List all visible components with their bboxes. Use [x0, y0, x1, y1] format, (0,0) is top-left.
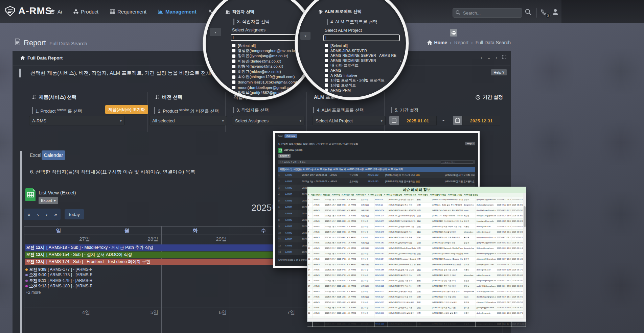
issue-table-row[interactable]: 19A-RMS 2025년 3분기 2025-10-01 ~ 2025-12-3… — [307, 294, 526, 300]
breadcrumb-home[interactable]: Home — [427, 40, 447, 45]
issue-table-row[interactable]: 14A-RMS 2025년 2분기 2025-07-01 ~ 2025-09-3… — [307, 267, 526, 273]
export-button[interactable]: Export▾ — [39, 197, 58, 204]
issue-header-cell[interactable]: ALM 이슈 구분 — [341, 193, 355, 197]
checkbox-icon[interactable] — [232, 54, 235, 58]
product-reset-button[interactable]: 제품(서비스) 초기화 — [105, 105, 148, 114]
assignee-select[interactable]: Select Assignees▾ — [232, 116, 304, 125]
issue-table-row[interactable]: 15A-RMS 2025년 2분기 2025-07-01 ~ 2025-09-3… — [307, 273, 526, 278]
checkbox-icon[interactable] — [325, 78, 328, 82]
more-events-link[interactable]: +2 more — [26, 290, 41, 295]
scrollbar[interactable] — [523, 193, 526, 319]
assignee-option[interactable]: dongmin lee(313cokr@gmail.com) — [232, 80, 297, 85]
alm-project-option[interactable]: 1레벨 프로젝트 — [325, 83, 396, 88]
alm-project-option[interactable]: A-RMS Initiative — [325, 73, 396, 78]
checkbox-icon[interactable] — [232, 44, 235, 47]
app-logo[interactable]: A-RMS — [5, 5, 52, 17]
dropdown-label[interactable]: Select ALM Project — [325, 28, 362, 33]
checkbox-icon[interactable] — [232, 49, 235, 52]
menu-item-product[interactable]: Product — [73, 9, 98, 15]
issue-table-row[interactable]: 13A-RMS 2025년 2분기 2025-07-01 ~ 2025-09-3… — [307, 262, 526, 267]
checkbox-icon[interactable] — [325, 49, 328, 52]
checkbox-icon[interactable] — [232, 70, 235, 73]
panel-next-icon[interactable]: › — [496, 55, 497, 60]
issue-table-row[interactable]: 12A-RMS 2025년 2분기 2025-07-01 ~ 2025-09-3… — [307, 257, 526, 262]
mini-header-cell[interactable]: 제품(서비스) — [279, 167, 293, 172]
alm-project-option[interactable]: ARMS-REDMINE-SERVER - ARMS-RE — [325, 53, 396, 58]
alm-project-option[interactable]: ARMS-REDMINE-SERVER — [325, 58, 396, 63]
date-to-field[interactable]: 2025-12-31 — [462, 116, 500, 125]
issue-table-row[interactable]: 11A-RMS 2025년 2분기 2025-07-01 ~ 2025-09-3… — [307, 251, 526, 257]
mini-header-cell[interactable]: ALM 이슈 키 — [332, 167, 346, 172]
mini-header-cell[interactable]: A-RMS 요구사항 상태 — [365, 167, 388, 172]
issue-header-cell[interactable]: ALM Proj — [331, 193, 341, 197]
dropdown-filter-input[interactable]: | — [323, 34, 400, 41]
issue-table-row[interactable]: 1A-RMS 2025년 1분기 2025-04-01 ~ 2025-06-30… — [307, 197, 526, 203]
mini-table-row[interactable]: 1A-RMS 2025년 1분기 2025-04-01 ~ 2025-06-30… — [278, 172, 475, 178]
assignee-option[interactable]: 장지윤(jiyoonjang@mz.co.kr) — [232, 53, 297, 59]
issue-header-cell[interactable]: ALM 작업 종료일 — [463, 193, 479, 197]
first-button[interactable]: « — [27, 212, 30, 217]
menu-item-requirement[interactable]: Requirement — [110, 9, 146, 15]
issue-header-cell[interactable]: ALM 작업자 — [417, 193, 429, 197]
event-item[interactable]: 오전 9:10[ ARMS-178 ] - [ARMS-REQ] 엑스 — [25, 272, 92, 278]
version-select[interactable]: All selected▾ — [149, 116, 227, 125]
assignee-option[interactable]: 이동민(dmlee@mz.co.kr) — [232, 59, 297, 64]
panel-collapse-icon[interactable]: ⌄ — [487, 55, 491, 60]
issue-table-row[interactable]: 5A-RMS 2025년 1분기 2025-04-01 ~ 2025-06-30… — [307, 219, 526, 224]
event-item[interactable]: 오전 9:13[ ARMS-180 ] - [ARMS-REQ] 상세 — [25, 284, 92, 289]
assignee-option[interactable]: 최수현(chltngus129@gmail.com) — [232, 74, 297, 80]
mini-tab-excel[interactable]: Excel — [278, 135, 283, 137]
assignee-option[interactable]: moon(dumbbelloper@gmail.com) — [232, 85, 297, 90]
issue-header-cell[interactable]: ALM 이슈 키 — [355, 193, 367, 197]
chevron-down-icon[interactable]: ▾ — [300, 32, 310, 40]
date-cell[interactable]: 6일 — [161, 308, 229, 316]
issue-table-row[interactable]: 9A-RMS 2025년 2분기 2025-07-01 ~ 2025-09-30… — [307, 240, 526, 246]
next-button[interactable]: › — [46, 212, 47, 217]
issue-table-row[interactable]: 3A-RMS 2025년 1분기 2025-04-01 ~ 2025-06-30… — [307, 208, 526, 213]
print-icon[interactable] — [450, 29, 457, 37]
issue-table-row[interactable]: 10A-RMS 2025년 2분기 2025-07-01 ~ 2025-09-3… — [307, 246, 526, 251]
assignee-option[interactable]: 이민규(mklee@mz.co.kr) — [232, 69, 297, 75]
panel-prev-icon[interactable]: ‹ — [481, 55, 482, 60]
issue-header-cell[interactable]: ALM 작업자 이메일 — [429, 193, 447, 197]
issue-table-row[interactable]: 24A-RMS 2025년 3분기 2025-10-01 ~ 2025-12-3… — [307, 322, 526, 327]
issue-table-row[interactable]: 16A-RMS 2025년 2분기 2025-07-01 ~ 2025-09-3… — [307, 278, 526, 284]
mini-sheet-search[interactable]: 시트에서 찾기 — [441, 161, 473, 164]
menu-item-management[interactable]: Management — [158, 9, 197, 15]
menu-item-ai[interactable]: Ai — [49, 9, 62, 15]
mini-help-button[interactable]: Help ? — [465, 142, 475, 145]
date-cell[interactable]: 29일 — [161, 235, 229, 242]
chevron-down-icon[interactable]: ▾ — [210, 28, 221, 36]
issue-table-row[interactable]: 21A-RMS 2025년 3분기 2025-10-01 ~ 2025-12-3… — [307, 305, 526, 311]
scrollbar-thumb[interactable] — [524, 206, 526, 227]
alm-project-option[interactable]: [Select all] — [325, 43, 396, 48]
alm-project-option[interactable]: ARMS-JIRA-SERVER — [325, 48, 396, 53]
mini-table-row[interactable]: 2A-RMS 2025년 1분기 2025-04-01 ~ 2025-06-30… — [278, 178, 475, 185]
issue-table-row[interactable]: 6A-RMS 2025년 1분기 2025-04-01 ~ 2025-06-30… — [307, 224, 526, 230]
scroll-up-icon[interactable]: ▲ — [399, 60, 402, 63]
checkbox-icon[interactable] — [232, 60, 235, 63]
calendar-icon[interactable] — [453, 116, 462, 125]
mini-header-cell[interactable]: A-RMS 요구사항 — [347, 167, 365, 172]
checkbox-icon[interactable] — [232, 86, 235, 89]
date-cell[interactable]: 27일 — [24, 235, 93, 242]
issue-header-cell[interactable]: ALM 이슈 제목 — [403, 193, 417, 197]
today-button[interactable]: today — [65, 209, 84, 219]
issue-table-row[interactable]: 18A-RMS 2025년 3분기 2025-10-01 ~ 2025-12-3… — [307, 289, 526, 294]
issue-table-row[interactable]: 7A-RMS 2025년 1분기 2025-04-01 ~ 2025-06-30… — [307, 230, 526, 235]
mini-header-cell[interactable]: ALM 이슈 제목 — [388, 167, 404, 172]
checkbox-icon[interactable] — [232, 65, 235, 68]
date-cell[interactable]: 28일 — [93, 235, 161, 242]
checkbox-icon[interactable] — [325, 69, 328, 72]
alm-project-option[interactable]: 내 칸반 프로젝트 — [325, 63, 396, 68]
assignee-option[interactable]: 양형석(hsyang@mz.co.kr) — [232, 64, 297, 69]
mini-header-cell[interactable]: ALM Project — [302, 167, 317, 172]
alm-project-option[interactable]: 1레벨 프로젝트 - 2레벨 프로젝트 — [325, 78, 396, 83]
help-button[interactable]: Help ? — [491, 69, 507, 75]
event-item[interactable]: 오전 9:11[ ARMS-179 ] - [ARMS-REQ] 캐릭 — [25, 278, 92, 284]
issue-header-cell[interactable]: A-RMS 요구사항 상태 — [383, 193, 403, 197]
prev-button[interactable]: ‹ — [37, 212, 39, 217]
last-button[interactable]: » — [54, 212, 57, 217]
date-cell[interactable]: 5일 — [93, 308, 161, 316]
checkbox-icon[interactable] — [325, 44, 328, 47]
